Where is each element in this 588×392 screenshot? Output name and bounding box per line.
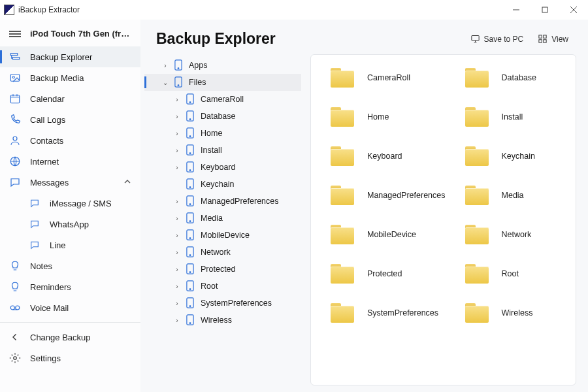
tree-item[interactable]: ›Root <box>144 278 301 295</box>
device-icon <box>186 93 195 105</box>
svg-point-22 <box>178 85 179 86</box>
folder-item[interactable]: Database <box>452 68 569 88</box>
nav-contacts[interactable]: Contacts <box>0 130 140 151</box>
tree-item[interactable]: ›SystemPreferences <box>144 295 301 312</box>
nav-line[interactable]: Line <box>0 235 140 255</box>
nav-reminders[interactable]: Reminders <box>0 276 140 297</box>
chevron-icon: › <box>173 317 181 324</box>
close-button[interactable] <box>559 0 588 20</box>
nav-internet[interactable]: Internet <box>0 151 140 172</box>
tree-label: Wireless <box>201 316 232 325</box>
device-icon <box>186 144 195 156</box>
nav-notes[interactable]: Notes <box>0 255 140 276</box>
folder-item[interactable]: Wireless <box>452 303 569 323</box>
save-to-pc-button[interactable]: Save to PC <box>465 31 529 46</box>
page-title: Backup Explorer <box>156 30 465 48</box>
nav-voice-mail[interactable]: Voice Mail <box>0 297 140 318</box>
tree-item[interactable]: ›Keyboard <box>144 159 301 176</box>
tree-item[interactable]: ›Apps <box>144 57 301 74</box>
svg-point-28 <box>189 136 191 137</box>
nav-label: Reminders <box>30 282 131 292</box>
svg-point-40 <box>189 238 191 239</box>
toolbar-label: View <box>551 35 568 44</box>
back-arrow-icon <box>9 331 21 343</box>
tree-item[interactable]: ›ManagedPreferences <box>144 193 301 210</box>
folder-item[interactable]: Keychain <box>452 146 569 166</box>
sidebar: iPod Touch 7th Gen (from To... Backup Ex… <box>0 20 140 392</box>
nav-settings[interactable]: Settings <box>0 348 140 368</box>
maximize-button[interactable] <box>531 0 559 20</box>
nav-imessage[interactable]: iMessage / SMS <box>0 193 140 214</box>
file-tree[interactable]: ›Apps⌄Files›CameraRoll›Database›Home›Ins… <box>144 54 301 385</box>
nav-label: Backup Explorer <box>30 52 131 62</box>
device-icon <box>186 297 195 309</box>
folder-item[interactable]: Protected <box>318 264 446 284</box>
tree-item[interactable]: ›Install <box>144 142 301 159</box>
tree-item[interactable]: ›MobileDevice <box>144 227 301 244</box>
svg-point-32 <box>189 170 191 171</box>
svg-point-34 <box>189 187 191 188</box>
nav-messages[interactable]: Messages <box>0 172 140 193</box>
tree-item[interactable]: ›Media <box>144 210 301 227</box>
chevron-icon: › <box>173 198 181 205</box>
svg-rect-17 <box>539 40 542 42</box>
tree-item[interactable]: ›Home <box>144 125 301 142</box>
tree-label: MobileDevice <box>201 231 250 240</box>
person-icon <box>9 135 21 146</box>
tree-item[interactable]: ›Wireless <box>144 312 301 329</box>
svg-point-20 <box>178 68 179 69</box>
lightbulb-icon <box>9 281 21 293</box>
tree-item[interactable]: ›CameraRoll <box>144 91 301 108</box>
hamburger-icon[interactable] <box>9 29 21 39</box>
svg-point-12 <box>16 306 20 310</box>
nav-label: Backup Media <box>30 73 131 83</box>
nav-divider <box>0 322 140 323</box>
chevron-icon: › <box>173 266 181 273</box>
folder-item[interactable]: Install <box>452 107 569 127</box>
svg-rect-16 <box>544 35 546 38</box>
folder-item[interactable]: SystemPreferences <box>318 303 446 323</box>
svg-rect-1 <box>542 7 547 12</box>
folder-item[interactable]: ManagedPreferences <box>318 186 446 205</box>
nav-backup-explorer[interactable]: Backup Explorer <box>0 46 140 67</box>
folder-item[interactable]: Media <box>452 186 569 205</box>
minimize-button[interactable] <box>502 0 531 20</box>
chevron-icon: › <box>173 113 181 120</box>
folder-label: Home <box>367 112 389 122</box>
folder-item[interactable]: CameraRoll <box>318 68 446 88</box>
svg-rect-4 <box>10 54 18 56</box>
titlebar: iBackup Extractor <box>0 0 588 20</box>
tree-item[interactable]: ⌄Files <box>144 74 301 91</box>
voicemail-icon <box>9 302 21 314</box>
folder-item[interactable]: Home <box>318 107 446 127</box>
image-icon <box>9 72 21 84</box>
svg-point-38 <box>189 221 191 222</box>
nav-whatsapp[interactable]: WhatsApp <box>0 214 140 235</box>
folder-label: Database <box>502 73 537 82</box>
folder-item[interactable]: Keyboard <box>318 146 446 166</box>
app-icon <box>4 5 14 15</box>
nav-backup-media[interactable]: Backup Media <box>0 67 140 88</box>
toolbar-label: Save to PC <box>484 35 524 44</box>
folder-item[interactable]: Root <box>452 264 569 284</box>
folder-icon <box>331 107 354 127</box>
svg-rect-14 <box>471 36 478 41</box>
nav-list: Backup Explorer Backup Media Calendar Ca… <box>0 46 140 392</box>
tree-item[interactable]: Keychain <box>144 176 301 193</box>
svg-point-48 <box>189 306 191 307</box>
folder-icon <box>465 303 489 323</box>
folder-item[interactable]: MobileDevice <box>318 225 446 244</box>
folder-label: MobileDevice <box>367 230 416 239</box>
view-button[interactable]: View <box>532 31 574 46</box>
tree-item[interactable]: ›Database <box>144 108 301 125</box>
svg-point-46 <box>189 289 191 290</box>
folder-item[interactable]: Network <box>452 225 569 244</box>
nav-change-backup[interactable]: Change Backup <box>0 327 140 348</box>
nav-call-logs[interactable]: Call Logs <box>0 109 140 130</box>
tree-item[interactable]: ›Network <box>144 244 301 261</box>
tree-item[interactable]: ›Protected <box>144 261 301 278</box>
svg-rect-5 <box>12 57 20 59</box>
chevron-icon: ⌄ <box>161 79 169 86</box>
device-selector[interactable]: iPod Touch 7th Gen (from To... <box>0 24 140 46</box>
nav-calendar[interactable]: Calendar <box>0 88 140 109</box>
